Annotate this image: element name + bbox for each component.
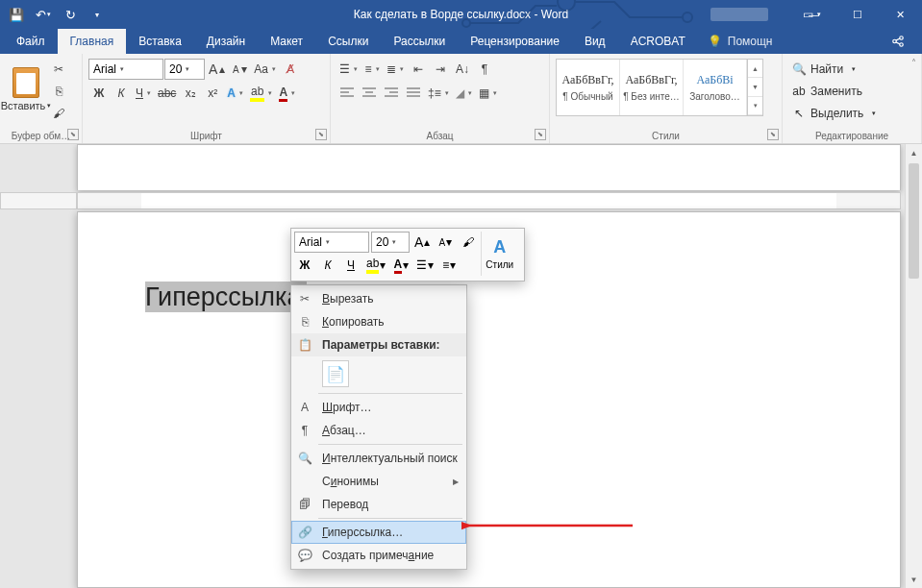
style-normal[interactable]: АаБбВвГг,¶ Обычный bbox=[557, 60, 620, 115]
mini-bold[interactable]: Ж bbox=[294, 255, 315, 276]
styles-dialog-launcher[interactable]: ⬊ bbox=[767, 129, 779, 140]
translate-icon: 🗐 bbox=[295, 498, 314, 511]
scroll-up-button[interactable]: ▲ bbox=[906, 144, 922, 161]
ctx-separator bbox=[318, 518, 462, 519]
change-case-button[interactable]: Aa▾ bbox=[251, 59, 279, 80]
group-clipboard: Вставить▾ ✂ ⎘ 🖌 Буфер обм… ⬊ bbox=[0, 54, 83, 143]
bold-button[interactable]: Ж bbox=[88, 83, 110, 104]
mini-italic[interactable]: К bbox=[317, 255, 338, 276]
italic-button[interactable]: К bbox=[111, 83, 132, 104]
mini-size-combo[interactable]: 20▾ bbox=[371, 232, 410, 253]
tab-review[interactable]: Рецензирование bbox=[458, 29, 572, 54]
close-button[interactable]: ✕ bbox=[879, 0, 922, 29]
text-effects-button[interactable]: A▾ bbox=[224, 83, 246, 104]
paragraph-dialog-launcher[interactable]: ⬊ bbox=[535, 129, 546, 140]
ctx-paragraph[interactable]: ¶Абзац… bbox=[291, 419, 466, 442]
tab-acrobat[interactable]: ACROBAT bbox=[618, 29, 698, 54]
account-area[interactable] bbox=[691, 0, 787, 29]
paste-option-keep-text[interactable]: 📄 bbox=[322, 360, 349, 387]
maximize-button[interactable]: ☐ bbox=[835, 0, 879, 29]
mini-grow-font[interactable]: A▴ bbox=[411, 232, 433, 253]
select-button[interactable]: ↖Выделить▾ bbox=[788, 103, 880, 124]
ctx-font[interactable]: AШрифт… bbox=[291, 396, 466, 419]
line-spacing-button[interactable]: ‡≡▾ bbox=[425, 83, 452, 104]
redo-button[interactable]: ↻ bbox=[58, 2, 83, 27]
cut-button[interactable]: ✂ bbox=[48, 59, 69, 80]
selected-text[interactable]: Гиперссылка bbox=[145, 282, 307, 312]
mini-underline[interactable]: Ч bbox=[340, 255, 361, 276]
font-color-button[interactable]: A▾ bbox=[276, 83, 298, 104]
format-painter-button[interactable]: 🖌 bbox=[48, 103, 69, 124]
tab-file[interactable]: Файл bbox=[4, 29, 58, 54]
tab-insert[interactable]: Вставка bbox=[126, 29, 194, 54]
minimize-button[interactable]: — bbox=[792, 0, 835, 29]
sort-button[interactable]: A↓ bbox=[452, 59, 473, 80]
tab-home[interactable]: Главная bbox=[58, 29, 127, 54]
scroll-down-button[interactable]: ▼ bbox=[906, 571, 922, 588]
vertical-scrollbar[interactable]: ▲ ▼ bbox=[905, 144, 922, 588]
mini-bullets[interactable]: ☰▾ bbox=[413, 255, 436, 276]
strikethrough-button[interactable]: abc bbox=[155, 83, 179, 104]
mini-font-color[interactable]: A▾ bbox=[390, 255, 411, 276]
underline-button[interactable]: Ч▾ bbox=[133, 83, 154, 104]
find-button[interactable]: 🔍Найти▾ bbox=[788, 59, 880, 80]
superscript-button[interactable]: x² bbox=[202, 83, 223, 104]
ctx-hyperlink[interactable]: 🔗Гиперссылка… bbox=[291, 521, 466, 544]
paste-button[interactable]: Вставить▾ bbox=[6, 57, 46, 122]
tab-mailings[interactable]: Рассылки bbox=[381, 29, 458, 54]
font-size-combo[interactable]: 20▾ bbox=[164, 59, 205, 80]
ctx-synonyms[interactable]: Синонимы▶ bbox=[291, 470, 466, 493]
decrease-indent-button[interactable]: ⇤ bbox=[408, 59, 429, 80]
scroll-thumb[interactable] bbox=[909, 163, 919, 279]
horizontal-ruler[interactable] bbox=[77, 192, 901, 209]
borders-button[interactable]: ▦▾ bbox=[476, 83, 500, 104]
ctx-copy[interactable]: ⎘Копировать bbox=[291, 310, 466, 333]
save-button[interactable]: 💾 bbox=[4, 2, 29, 27]
collapse-ribbon-button[interactable]: ˄ bbox=[908, 56, 920, 70]
style-no-spacing[interactable]: АаБбВвГг,¶ Без инте… bbox=[620, 60, 684, 115]
tab-references[interactable]: Ссылки bbox=[315, 29, 381, 54]
mini-numbering[interactable]: ≡▾ bbox=[438, 255, 460, 276]
align-left-button[interactable] bbox=[336, 83, 358, 104]
multilevel-list-button[interactable]: ≣▾ bbox=[384, 59, 407, 80]
highlight-button[interactable]: ab▾ bbox=[247, 83, 275, 104]
mini-styles-button[interactable]: A Стили bbox=[481, 232, 517, 276]
mini-shrink-font[interactable]: A▾ bbox=[435, 232, 456, 253]
increase-indent-button[interactable]: ⇥ bbox=[430, 59, 451, 80]
justify-button[interactable] bbox=[403, 83, 424, 104]
styles-gallery[interactable]: АаБбВвГг,¶ Обычный АаБбВвГг,¶ Без инте… … bbox=[556, 59, 763, 116]
clear-formatting-button[interactable]: A̸ bbox=[280, 59, 301, 80]
shading-button[interactable]: ◢▾ bbox=[453, 83, 475, 104]
qat-customize-button[interactable]: ▾ bbox=[85, 2, 110, 27]
copy-button[interactable]: ⎘ bbox=[48, 81, 69, 102]
numbering-button[interactable]: ≡▾ bbox=[361, 59, 383, 80]
font-name-combo[interactable]: Arial▾ bbox=[88, 59, 163, 80]
ribbon: Вставить▾ ✂ ⎘ 🖌 Буфер обм… ⬊ Arial▾ 20▾ … bbox=[0, 54, 922, 144]
grow-font-button[interactable]: A▴ bbox=[206, 59, 228, 80]
replace-button[interactable]: abЗаменить bbox=[788, 81, 880, 102]
styles-gallery-scroll[interactable]: ▲▼▾ bbox=[747, 60, 762, 115]
mini-highlight[interactable]: ab▾ bbox=[363, 255, 388, 276]
mini-font-combo[interactable]: Arial▾ bbox=[294, 232, 369, 253]
shrink-font-button[interactable]: A▾ bbox=[229, 59, 250, 80]
share-button[interactable] bbox=[880, 29, 916, 54]
style-heading1[interactable]: АаБбВіЗаголово… bbox=[684, 60, 747, 115]
undo-button[interactable]: ↶▾ bbox=[31, 2, 56, 27]
subscript-button[interactable]: x₂ bbox=[180, 83, 201, 104]
ctx-smart-lookup[interactable]: 🔍Интеллектуальный поиск bbox=[291, 447, 466, 470]
tell-me-box[interactable]: 💡Помощн bbox=[698, 29, 783, 54]
bullets-button[interactable]: ☰▾ bbox=[336, 59, 361, 80]
ctx-cut[interactable]: ✂Вырезать bbox=[291, 287, 466, 310]
tab-view[interactable]: Вид bbox=[572, 29, 618, 54]
font-dialog-launcher[interactable]: ⬊ bbox=[315, 129, 327, 140]
align-right-button[interactable] bbox=[381, 83, 402, 104]
show-marks-button[interactable]: ¶ bbox=[474, 59, 495, 80]
context-menu: ✂Вырезать ⎘Копировать 📋Параметры вставки… bbox=[290, 284, 467, 570]
align-center-button[interactable] bbox=[359, 83, 380, 104]
ctx-comment[interactable]: 💬Создать примечание bbox=[291, 544, 466, 567]
tab-layout[interactable]: Макет bbox=[258, 29, 315, 54]
mini-format-painter[interactable]: 🖌 bbox=[458, 232, 479, 253]
clipboard-dialog-launcher[interactable]: ⬊ bbox=[67, 129, 79, 140]
tab-design[interactable]: Дизайн bbox=[194, 29, 258, 54]
ctx-translate[interactable]: 🗐Перевод bbox=[291, 493, 466, 516]
